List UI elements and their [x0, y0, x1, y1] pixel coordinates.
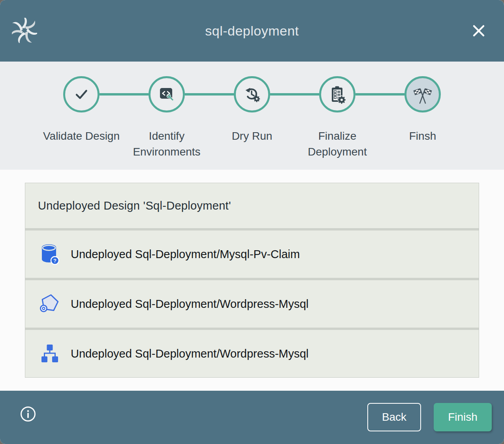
info-icon[interactable] [20, 406, 36, 422]
result-text: Undeployed Sql-Deployment/Wordpress-Mysq… [71, 347, 308, 360]
dialog-title: sql-deployment [205, 23, 299, 39]
meshery-logo-icon [12, 18, 37, 43]
result-row-wordpress-mysql-2: Undeployed Sql-Deployment/Wordpress-Mysq… [25, 328, 479, 377]
back-button[interactable]: Back [367, 403, 421, 431]
database-question-icon: ? [39, 243, 60, 266]
step-label: Identify Environments [126, 128, 207, 160]
footer-actions: Back Finish [367, 403, 492, 431]
step-dry-run: Dry Run [209, 76, 295, 170]
step-identify-environments: Identify Environments [124, 76, 209, 170]
step-validate-design: Validate Design [39, 76, 124, 170]
check-icon [63, 76, 100, 112]
result-row-wordpress-mysql-1: Undeployed Sql-Deployment/Wordpress-Mysq… [25, 278, 479, 328]
dialog-header: sql-deployment [0, 0, 504, 62]
dialog-footer: Back Finish [0, 391, 504, 444]
results-panel: Undeployed Design 'Sql-Deployment' ? [25, 183, 479, 378]
step-label: Finsh [409, 128, 436, 144]
screen-backdrop: sql-deployment Validate Design [0, 0, 504, 444]
step-finish: Finsh [380, 76, 465, 170]
step-finalize-deployment: Finalize Deployment [295, 76, 380, 170]
stepper: Validate Design Identify Environments [0, 62, 504, 170]
svg-text:?: ? [53, 258, 56, 264]
result-text: Undeployed Sql-Deployment/Mysql-Pv-Claim [71, 248, 300, 261]
clipboard-gear-icon [319, 76, 355, 112]
results-header-text: Undeployed Design 'Sql-Deployment' [38, 199, 231, 212]
code-window-wrench-icon [149, 76, 185, 112]
close-icon[interactable] [470, 22, 487, 39]
result-row-mysql-pv-claim: ? Undeployed Sql-Deployment/Mysql-Pv-Cla… [25, 228, 479, 278]
tree-hierarchy-icon [39, 342, 60, 365]
step-label: Finalize Deployment [297, 128, 378, 160]
results-section: Undeployed Design 'Sql-Deployment' ? [0, 170, 504, 391]
rerun-gear-icon [234, 76, 270, 112]
result-text: Undeployed Sql-Deployment/Wordpress-Mysq… [71, 298, 308, 311]
step-label: Dry Run [232, 128, 273, 144]
deployment-wizard-dialog: sql-deployment Validate Design [0, 0, 504, 444]
results-header-row: Undeployed Design 'Sql-Deployment' [25, 183, 479, 228]
step-label: Validate Design [43, 128, 120, 144]
pentagon-badge-icon [39, 292, 60, 315]
finish-button[interactable]: Finish [434, 403, 492, 431]
checkered-flags-icon [404, 76, 441, 112]
